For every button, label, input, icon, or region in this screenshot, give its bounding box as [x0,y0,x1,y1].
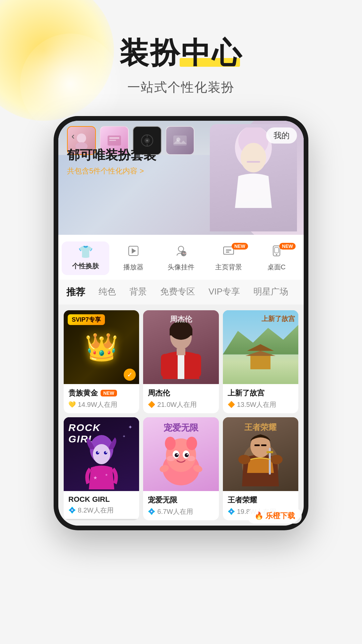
header-section: 装扮中心 一站式个性化装扮 [0,0,362,116]
skin-card-pet[interactable]: 宠爱无限 [143,417,219,520]
pet-title: 宠爱无限 [164,422,198,434]
svg-point-53 [177,454,178,455]
skin-card-palace-img: 上新了故宫 [223,310,298,384]
skin-card-palace-info: 上新了故宫 🔶 13.5W人在用 [223,384,298,413]
skin-card-king-img: 王者荣耀 [223,417,298,491]
filter-vip[interactable]: VIP专享 [208,286,240,299]
tab-avatar[interactable]: 🐭 头像挂件 [157,241,205,275]
svip-badge: SVIP7专享 [68,314,105,325]
hero-title: 郁可唯装扮套装 [67,148,156,163]
skin-name-gold: 贵族黄金 NEW [68,388,134,398]
skin-users-rock: 💠 8.2W人在用 [68,506,134,515]
svg-point-64 [270,455,283,464]
my-button[interactable]: 我的 [266,127,297,144]
svg-rect-62 [261,444,266,446]
palace-bg: 上新了故宫 [223,310,298,384]
tab-player[interactable]: 播放器 [109,241,157,275]
filter-free[interactable]: 免费专区 [160,286,195,299]
svg-point-51 [175,453,179,457]
svg-point-56 [187,456,195,461]
svg-point-41 [98,451,99,453]
skin-card-gold-info: 贵族黄金 NEW 💛 14.9W人在用 [64,384,139,413]
svg-rect-66 [266,451,273,453]
filter-solid[interactable]: 纯色 [99,286,116,299]
skin-name-palace: 上新了故宫 [228,388,294,398]
tab-desktop-label: 桌面C [267,263,286,272]
tab-player-label: 播放器 [123,263,143,272]
skin-card-gold[interactable]: SVIP7专享 👑 ✓ 贵族黄金 NEW 💛 14.9W人在用 [64,310,139,413]
hero-text-block: 郁可唯装扮套装 共包含5件个性化内容 > [67,148,156,176]
skin-name-king: 王者荣耀 [228,495,294,505]
skin-card-gold-img: SVIP7专享 👑 ✓ [64,310,139,384]
tab-desktop-new-badge: NEW [279,243,296,250]
skin-card-rock-img: ROCKGIRL ✦ ✦ [64,417,139,491]
watermark-text: 乐橙下载 [265,511,295,521]
filter-recommend[interactable]: 推荐 [66,286,85,299]
diamond-jay: 🔶 [148,401,155,408]
skin-icon: 👕 [78,245,93,259]
skin-card-king[interactable]: 王者荣耀 [223,417,298,520]
skin-users-jay: 🔶 21.0W人在用 [148,400,214,409]
phone-mockup-wrapper: ‹ 我的 郁可唯装扮套装 共包含5件个性化内容 > [0,116,362,530]
pet-svg [158,428,204,485]
skin-name-pet: 宠爱无限 [148,495,214,505]
hero-arrow[interactable]: > [139,167,144,175]
tab-skin-label: 个性换肤 [72,262,99,271]
svg-marker-19 [132,248,136,254]
tab-home[interactable]: NEW 主页背景 [205,241,252,275]
svg-point-63 [238,455,250,464]
skin-users-palace: 🔶 13.5W人在用 [228,400,294,409]
svg-point-42 [106,451,107,453]
check-circle: ✓ [124,369,136,381]
svg-point-28 [276,254,277,255]
svg-point-2 [241,143,266,172]
svg-point-54 [187,454,188,455]
category-tabs: 👕 个性换肤 播放器 [58,235,304,280]
svg-rect-34 [161,354,169,377]
tab-skin[interactable]: 👕 个性换肤 [62,241,109,275]
skin-name-rock: ROCK GIRL [68,495,134,504]
skin-card-pet-img: 宠爱无限 [143,417,219,491]
svg-rect-9 [109,137,119,139]
svg-point-39 [96,451,99,454]
crown-icon: 👑 [85,331,118,363]
hero-subtitle: 共包含5件个性化内容 > [67,166,156,176]
palace-text-label: 上新了故宫 [261,314,295,323]
back-button[interactable]: ‹ [66,129,80,144]
skin-users-pet: 💠 6.7W人在用 [148,507,214,516]
diamond-king: 💠 [228,508,235,515]
back-icon: ‹ [71,131,74,142]
skin-card-jay[interactable]: 周杰伦 [143,310,219,413]
svg-text:★: ★ [93,475,98,480]
skin-card-jay-info: 周杰伦 🔶 21.0W人在用 [143,384,219,413]
svg-rect-61 [254,444,260,446]
thumbnail-photo[interactable] [166,126,194,155]
svg-rect-36 [177,348,185,355]
tab-home-label: 主页背景 [215,263,242,272]
diamond-pet: 💠 [148,508,155,515]
skin-card-rock-info: ROCK GIRL 💠 8.2W人在用 [64,491,139,519]
svg-point-52 [185,453,189,457]
page-subtitle: 一站式个性化装扮 [0,79,362,96]
svg-point-55 [167,456,175,461]
svg-text:🐭: 🐭 [182,252,187,256]
filter-star[interactable]: 明星广场 [253,286,288,299]
app-content: ‹ 我的 郁可唯装扮套装 共包含5件个性化内容 > [58,121,304,526]
sub-filter: 推荐 纯色 背景 免费专区 VIP专享 明星广场 [58,280,304,305]
svg-rect-26 [226,252,229,253]
skin-grid: SVIP7专享 👑 ✓ 贵族黄金 NEW 💛 14.9W人在用 [58,305,304,526]
svg-rect-35 [193,354,201,377]
hero-banner: ‹ 我的 郁可唯装扮套装 共包含5件个性化内容 > [58,121,304,235]
jay-label: 周杰伦 [170,314,192,324]
skin-card-rock[interactable]: ROCKGIRL ✦ ✦ [64,417,139,520]
jay-svg [156,320,206,381]
diamond-gold: 💛 [68,401,76,408]
player-icon [127,245,139,260]
watermark-icon: 🔥 [254,512,263,520]
watermark: 🔥 乐橙下载 [248,508,302,524]
skin-users-gold: 💛 14.9W人在用 [68,400,134,409]
skin-card-palace[interactable]: 上新了故宫 上新了故宫 🔶 13.5W人在用 [223,310,298,413]
svg-point-47 [165,437,176,450]
filter-bg[interactable]: 背景 [129,286,147,299]
tab-desktop[interactable]: NEW 桌面C [253,241,300,275]
